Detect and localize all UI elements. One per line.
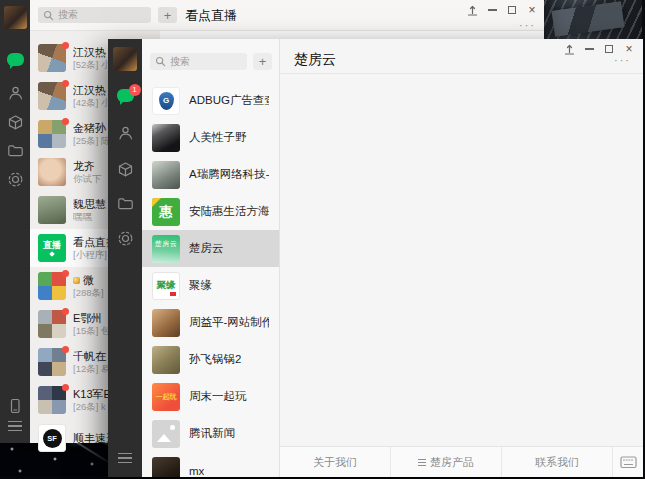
contact-list-item[interactable]: 腾讯新闻 — [142, 415, 279, 452]
chat-title: 看点直播 — [185, 7, 237, 25]
maximize-button[interactable] — [502, 3, 522, 17]
unread-dot-badge — [62, 346, 69, 353]
unread-dot-badge — [62, 42, 69, 49]
user-avatar[interactable] — [108, 47, 142, 71]
emoji-icon — [73, 277, 80, 284]
add-button[interactable]: + — [253, 53, 272, 70]
nav-sidebar: 1 — [108, 39, 142, 477]
keyboard-toggle-icon[interactable] — [613, 447, 643, 477]
group-avatar — [38, 310, 66, 338]
pin-window-icon[interactable] — [462, 3, 482, 17]
close-button[interactable]: × — [522, 3, 542, 17]
contact-list-panel: 搜索 + G ADBUG广告查查（官方客... 人美性子野 A瑞腾网络科技-Ri… — [142, 39, 280, 477]
chat-files-icon[interactable] — [108, 196, 142, 210]
contact-list-item[interactable]: 孙飞锅锅2 — [142, 341, 279, 378]
menu-item-about[interactable]: 关于我们 — [280, 447, 391, 477]
search-placeholder: 搜索 — [58, 8, 78, 22]
page-title: 楚房云 — [294, 51, 336, 69]
unread-dot-badge — [62, 384, 69, 391]
contact-avatar — [152, 346, 180, 374]
phone-icon[interactable] — [0, 398, 30, 414]
user-avatar[interactable] — [0, 6, 30, 29]
more-options-button[interactable]: ··· — [614, 55, 631, 66]
contact-avatar: 惠 — [152, 198, 180, 226]
contact-avatar — [152, 420, 180, 448]
unread-dot-badge — [62, 118, 69, 125]
window-controls: × — [559, 42, 639, 56]
unread-dot-badge — [62, 270, 69, 277]
window-controls: × — [462, 3, 542, 17]
minimize-button[interactable] — [482, 3, 502, 17]
contact-avatar — [152, 124, 180, 152]
contact-avatar — [152, 161, 180, 189]
official-account-content: 楚房云 ··· 关于我们 楚房产品 联系我们 — [280, 39, 643, 477]
menu-hamburger-icon[interactable] — [108, 453, 142, 463]
contact-avatar — [38, 196, 66, 224]
minimize-button[interactable] — [579, 42, 599, 56]
chats-icon[interactable]: 1 — [108, 89, 142, 102]
contacts-icon[interactable] — [108, 125, 142, 141]
chat-files-icon[interactable] — [0, 143, 30, 157]
contact-avatar — [152, 309, 180, 337]
moments-flower-icon[interactable] — [108, 230, 142, 247]
group-avatar — [38, 82, 66, 110]
unread-count-badge: 1 — [129, 84, 141, 96]
unread-dot-badge — [62, 80, 69, 87]
contact-list: G ADBUG广告查查（官方客... 人美性子野 A瑞腾网络科技-Richard… — [142, 82, 279, 477]
contact-avatar: 聚缘 — [152, 272, 180, 300]
contact-avatar — [38, 158, 66, 186]
unread-dot-badge — [62, 308, 69, 315]
contact-list-item[interactable]: A瑞腾网络科技-Richard — [142, 156, 279, 193]
search-input[interactable]: 搜索 — [38, 7, 151, 23]
contact-list-item[interactable]: mx — [142, 452, 279, 477]
main-title-bar: 搜索 + 看点直播 × ··· — [30, 0, 544, 31]
more-options-button[interactable]: ··· — [519, 20, 536, 31]
contact-avatar: 一起玩 — [152, 383, 180, 411]
moments-flower-icon[interactable] — [0, 171, 30, 188]
contact-list-item[interactable]: 一起玩 周末一起玩 — [142, 378, 279, 415]
add-button[interactable]: + — [158, 7, 177, 23]
main-nav-sidebar — [0, 0, 30, 443]
maximize-button[interactable] — [599, 42, 619, 56]
live-miniprogram-avatar: 直播 — [38, 234, 66, 262]
favorites-box-icon[interactable] — [108, 161, 142, 178]
menu-item-contact[interactable]: 联系我们 — [502, 447, 613, 477]
group-avatar — [38, 348, 66, 376]
contact-avatar: 楚房云 — [152, 235, 180, 263]
menu-item-products[interactable]: 楚房产品 — [391, 447, 502, 477]
desktop: 搜索 + 看点直播 × ··· 江汉热[52条] 小 — [0, 0, 645, 479]
search-input[interactable]: 搜索 — [150, 53, 247, 70]
contact-list-item[interactable]: 周益平-网站制作,公众号,4... — [142, 304, 279, 341]
sf-express-avatar: SF — [38, 424, 66, 452]
search-placeholder: 搜索 — [170, 55, 190, 69]
chats-icon[interactable] — [0, 53, 30, 66]
pin-window-icon[interactable] — [559, 42, 579, 56]
contact-list-item[interactable]: G ADBUG广告查查（官方客... — [142, 82, 279, 119]
contact-list-item-selected[interactable]: 楚房云 楚房云 — [142, 230, 279, 267]
submenu-icon — [418, 459, 426, 466]
group-avatar — [38, 44, 66, 72]
group-avatar — [38, 272, 66, 300]
contact-list-item[interactable]: 人美性子野 — [142, 119, 279, 156]
favorites-box-icon[interactable] — [0, 114, 30, 131]
close-button[interactable]: × — [619, 42, 639, 56]
group-avatar — [38, 386, 66, 414]
contact-avatar — [152, 457, 180, 478]
menu-hamburger-icon[interactable] — [0, 421, 30, 431]
contact-list-item[interactable]: 聚缘 聚缘 — [142, 267, 279, 304]
contact-avatar: G — [152, 87, 180, 115]
contact-list-item[interactable]: 惠 安陆惠生活方海洲 — [142, 193, 279, 230]
contacts-icon[interactable] — [0, 85, 30, 101]
group-avatar — [38, 120, 66, 148]
wechat-secondary-window: 1 搜索 + — [108, 39, 643, 477]
official-account-menu-bar: 关于我们 楚房产品 联系我们 — [280, 446, 643, 477]
